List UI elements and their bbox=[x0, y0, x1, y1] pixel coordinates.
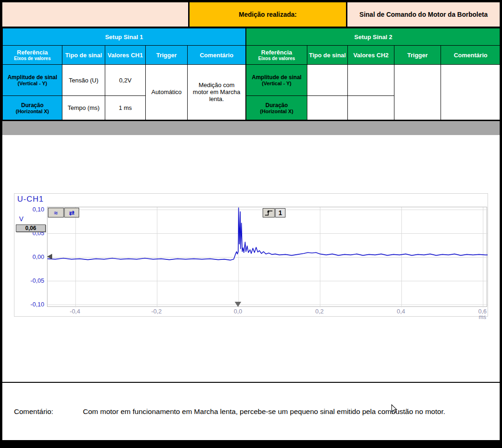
setup-tables: Setup Sinal 1 Referência Eixos de valore… bbox=[2, 28, 500, 120]
setup2-duracao-label-line2: (Horizontal X) bbox=[246, 109, 307, 114]
mouse-cursor-icon bbox=[391, 404, 398, 415]
measurement-label-cell: Medição realizada: bbox=[188, 2, 347, 27]
scope-region: U-CH1 0,10 0,05 0,00 -0,05 -0,10 V 0,06 … bbox=[2, 135, 500, 382]
y-tick-m010: -0,10 bbox=[16, 301, 44, 308]
setup1-col-referencia-line2: Eixos de valores bbox=[3, 56, 62, 61]
x-unit-label: ms bbox=[472, 314, 493, 320]
setup2-amplitude-label-line2: (Vertical - Y) bbox=[246, 81, 307, 86]
setup1-title: Setup Sinal 1 bbox=[3, 28, 246, 46]
gray-separator-band bbox=[2, 120, 500, 135]
waveform-svg bbox=[47, 207, 488, 307]
setup2-col-comentario: Comentário bbox=[441, 46, 500, 64]
y-unit-label: V bbox=[19, 215, 23, 223]
coupling-arrows-icon: ⇄ bbox=[69, 209, 75, 217]
trigger-channel-button[interactable]: 1 bbox=[275, 208, 285, 217]
setup1-amplitude-label-line2: (Vertical - Y) bbox=[3, 81, 62, 86]
setup1-table: Setup Sinal 1 Referência Eixos de valore… bbox=[2, 28, 246, 120]
channel-label: U-CH1 bbox=[17, 195, 44, 204]
measurement-report-page: Medição realizada: Sinal de Comando do M… bbox=[0, 0, 502, 448]
setup1-col-tipo: Tipo de sinal bbox=[62, 46, 105, 64]
setup2-title: Setup Sinal 2 bbox=[246, 28, 500, 46]
coupling-wave-icon: ≈ bbox=[54, 209, 58, 217]
setup2-amplitude-tipo-cell bbox=[307, 64, 348, 96]
setup1-amplitude-label-line1: Amplitude de sinal bbox=[3, 74, 62, 81]
measurement-label: Medição realizada: bbox=[239, 11, 297, 18]
y-tick-010: 0,10 bbox=[16, 206, 44, 213]
x-tick-02: 0,2 bbox=[309, 308, 330, 315]
coupling-arrows-button[interactable]: ⇄ bbox=[64, 208, 79, 217]
setup2-col-referencia: Referência Eixos de valores bbox=[246, 46, 307, 64]
footer-comment-row: Comentário: Com motor em funcionamento e… bbox=[2, 383, 500, 440]
setup2-col-referencia-line2: Eixos de valores bbox=[246, 56, 307, 61]
setup2-col-trigger: Trigger bbox=[394, 46, 441, 64]
setup1-amplitude-tipo-cell: Tensão (U) bbox=[62, 64, 105, 96]
x-tick-00: 0,0 bbox=[228, 308, 248, 315]
setup2-duracao-label-cell: Duração (Horizontal X) bbox=[246, 96, 307, 120]
y-tick-m005: -0,05 bbox=[16, 277, 44, 284]
footer-comment-text: Com motor em funcionamento em Marcha len… bbox=[83, 407, 500, 416]
setup1-duracao-label-cell: Duração (Horizontal X) bbox=[3, 96, 62, 120]
rising-edge-icon bbox=[264, 209, 273, 217]
setup2-amplitude-label-line1: Amplitude de sinal bbox=[246, 74, 307, 81]
setup2-amplitude-label-cell: Amplitude de sinal (Vertical - Y) bbox=[246, 64, 307, 96]
setup2-col-tipo: Tipo de sinal bbox=[307, 46, 348, 64]
setup1-col-comentario: Comentário bbox=[188, 46, 246, 64]
setup2-col-valores-ch2: Valores CH2 bbox=[348, 46, 394, 64]
setup2-trigger-value-cell bbox=[394, 64, 441, 120]
setup1-col-valores-ch1: Valores CH1 bbox=[105, 46, 146, 64]
zero-level-marker-icon[interactable] bbox=[47, 254, 52, 259]
trigger-level-badge[interactable]: 0,06 bbox=[16, 224, 46, 232]
oscilloscope-panel: U-CH1 0,10 0,05 0,00 -0,05 -0,10 V 0,06 … bbox=[14, 193, 488, 317]
measurement-value: Sinal de Comando do Motor da Borboleta bbox=[360, 11, 488, 18]
trigger-time-marker-icon[interactable] bbox=[235, 302, 241, 307]
setup2-duracao-tipo-cell bbox=[307, 96, 348, 120]
title-bar: Medição realizada: Sinal de Comando do M… bbox=[2, 2, 500, 27]
setup1-col-referencia-line1: Referência bbox=[17, 49, 47, 56]
setup1-trigger-value-cell: Automático bbox=[146, 64, 188, 120]
setup1-amplitude-valor-cell: 0,2V bbox=[105, 64, 146, 96]
title-blank-cell bbox=[2, 2, 188, 27]
setup1-duracao-label-line1: Duração bbox=[3, 102, 62, 109]
footer-comment-label: Comentário: bbox=[14, 407, 83, 416]
scope-plot-area bbox=[47, 207, 487, 307]
setup1-duracao-label-line2: (Horizontal X) bbox=[3, 109, 62, 114]
setup1-amplitude-label-cell: Amplitude de sinal (Vertical - Y) bbox=[3, 64, 62, 96]
setup2-duracao-valor-cell bbox=[348, 96, 394, 120]
setup1-comentario-value-cell: Medição com motor em Marcha lenta. bbox=[188, 64, 246, 120]
setup1-col-referencia: Referência Eixos de valores bbox=[3, 46, 62, 64]
trigger-edge-button[interactable] bbox=[263, 208, 275, 217]
setup2-col-referencia-line1: Referência bbox=[261, 49, 292, 56]
setup1-duracao-tipo-cell: Tempo (ms) bbox=[62, 96, 105, 120]
setup2-amplitude-valor-cell bbox=[348, 64, 394, 96]
setup2-duracao-label-line1: Duração bbox=[246, 102, 307, 109]
x-tick-m04: -0,4 bbox=[65, 308, 85, 315]
x-tick-04: 0,4 bbox=[391, 308, 411, 315]
x-tick-m02: -0,2 bbox=[146, 308, 167, 315]
setup2-comentario-value-cell bbox=[441, 64, 500, 120]
y-tick-000: 0,00 bbox=[16, 253, 44, 260]
setup2-table: Setup Sinal 2 Referência Eixos de valore… bbox=[246, 28, 500, 120]
coupling-wave-button[interactable]: ≈ bbox=[48, 208, 64, 217]
setup1-col-trigger: Trigger bbox=[146, 46, 188, 64]
setup1-duracao-valor-cell: 1 ms bbox=[105, 96, 146, 120]
measurement-value-cell: Sinal de Comando do Motor da Borboleta bbox=[347, 2, 500, 27]
